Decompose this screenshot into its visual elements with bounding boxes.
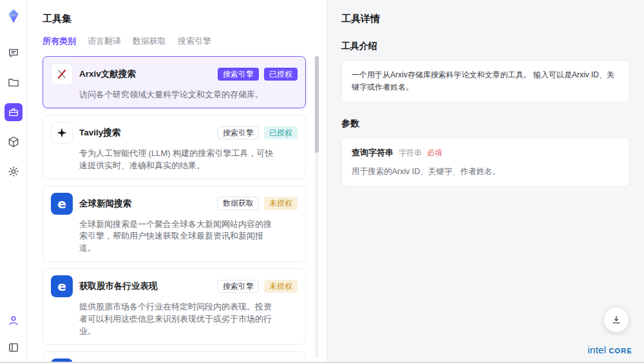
- tool-card-most-active-stocks[interactable]: e 获取市场最活跃股票信息 搜索引擎 未授权 提供当天交易量最高的股票列表，投资…: [43, 351, 306, 362]
- tool-description: 提供股票市场各个行业在特定时间段内的表现。投资者可以利用这些信息来识别表现优于或…: [79, 301, 274, 338]
- category-badge: 搜索引擎: [218, 68, 259, 81]
- auth-badge: 已授权: [264, 68, 298, 81]
- tool-list: Arxiv文献搜索 搜索引擎 已授权 访问各个研究领域大量科学论文和文章的存储库…: [43, 56, 327, 362]
- param-description: 用于搜索的Arxiv ID、关键字、作者姓名。: [352, 165, 620, 178]
- details-title: 工具详情: [341, 13, 630, 25]
- tab-search-engine[interactable]: 搜索引擎: [178, 35, 211, 47]
- news-logo-icon: e: [51, 358, 73, 362]
- details-panel: 工具详情 工具介绍 一个用于从Arxiv存储库搜索科学论文和文章的工具。 输入可…: [327, 0, 644, 362]
- auth-badge: 未授权: [264, 280, 298, 293]
- tool-title: Tavily搜索: [79, 127, 120, 139]
- auth-badge: 未授权: [264, 197, 298, 210]
- panel-toggle-icon[interactable]: [5, 338, 23, 357]
- tool-card-tavily[interactable]: Tavily搜索 搜索引擎 已授权 专为人工智能代理 (LLM) 构建的搜索引擎…: [43, 115, 306, 179]
- intel-core-logo: intel CORE: [587, 344, 632, 355]
- category-badge: 搜索引擎: [218, 280, 259, 293]
- tool-title: Arxiv文献搜索: [79, 68, 136, 80]
- param-card: 查询字符串 字符串 必填 用于搜索的Arxiv ID、关键字、作者姓名。: [341, 137, 630, 187]
- settings-gear-icon[interactable]: [5, 162, 23, 181]
- user-icon[interactable]: [5, 311, 23, 329]
- page-title: 工具集: [43, 13, 327, 25]
- category-badge: 数据获取: [218, 197, 259, 210]
- news-glyph: e: [57, 279, 66, 294]
- tools-panel: 工具集 所有类别 语言翻译 数据获取 搜索引擎 Arxiv文献搜索: [27, 0, 327, 362]
- tool-title: 全球新闻搜索: [79, 198, 131, 210]
- tool-card-global-news[interactable]: e 全球新闻搜索 数据获取 未授权 全球新闻搜索是一个聚合全球各大新闻网站内容的…: [43, 186, 306, 262]
- sparkle-icon: [51, 122, 73, 144]
- tab-translation[interactable]: 语言翻译: [88, 35, 121, 47]
- intro-heading: 工具介绍: [341, 41, 630, 52]
- category-badge: 搜索引擎: [218, 126, 259, 139]
- rail-bottom: [5, 311, 23, 357]
- arxiv-icon: [51, 63, 73, 85]
- icon-rail: [0, 0, 27, 362]
- param-type: 字符串: [399, 147, 422, 159]
- tool-card-sector-performance[interactable]: e 获取股市各行业表现 搜索引擎 未授权 提供股票市场各个行业在特定时间段内的表…: [43, 268, 306, 345]
- tools-briefcase-icon[interactable]: [5, 103, 23, 121]
- download-icon: [611, 314, 622, 326]
- folder-icon[interactable]: [5, 74, 23, 92]
- category-tabs: 所有类别 语言翻译 数据获取 搜索引擎: [43, 35, 327, 47]
- tool-title: 获取股市各行业表现: [79, 280, 158, 292]
- intro-card: 一个用于从Arxiv存储库搜索科学论文和文章的工具。 输入可以是Arxiv ID…: [341, 60, 630, 103]
- tab-data-fetch[interactable]: 数据获取: [133, 35, 166, 47]
- params-heading: 参数: [341, 118, 630, 130]
- news-logo-icon: e: [51, 193, 73, 215]
- scrollbar-thumb[interactable]: [315, 56, 319, 153]
- plugins-cube-icon[interactable]: [5, 133, 23, 151]
- news-logo-icon: e: [51, 275, 73, 297]
- download-button[interactable]: [604, 308, 629, 332]
- tab-all-categories[interactable]: 所有类别: [43, 35, 76, 47]
- chat-icon[interactable]: [5, 44, 23, 62]
- param-required-badge: 必填: [427, 147, 442, 159]
- tool-card-arxiv[interactable]: Arxiv文献搜索 搜索引擎 已授权 访问各个研究领域大量科学论文和文章的存储库…: [43, 56, 306, 108]
- app-logo-icon: [5, 8, 22, 25]
- auth-badge: 已授权: [264, 126, 298, 139]
- rail-nav: [5, 44, 23, 181]
- intel-core-text: CORE: [609, 347, 632, 355]
- news-glyph: e: [57, 196, 66, 211]
- param-name: 查询字符串: [352, 146, 393, 160]
- tool-description: 访问各个研究领域大量科学论文和文章的存储库。: [79, 89, 274, 101]
- app-window: 工具集 所有类别 语言翻译 数据获取 搜索引擎 Arxiv文献搜索: [0, 0, 644, 363]
- tool-description: 全球新闻搜索是一个聚合全球各大新闻网站内容的搜索引擎，帮助用户快速获取全球最新资…: [79, 219, 274, 255]
- tool-description: 专为人工智能代理 (LLM) 构建的搜索引擎工具，可快速提供实时、准确和真实的结…: [79, 148, 274, 172]
- intel-brand-text: intel: [587, 344, 606, 355]
